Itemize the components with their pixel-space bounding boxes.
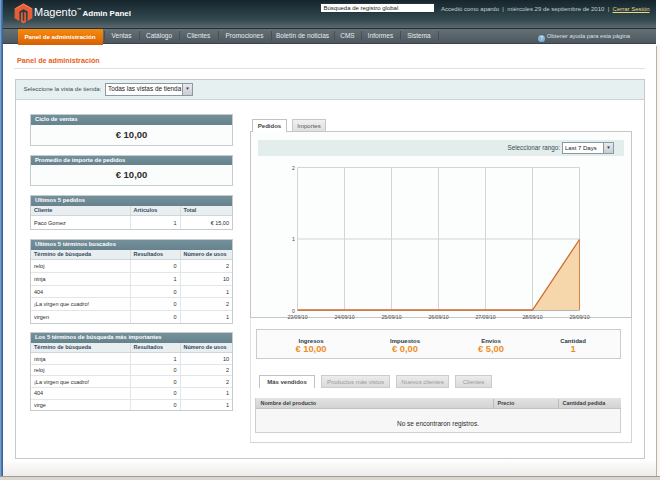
- svg-text:0: 0: [292, 308, 295, 314]
- svg-text:29/09/10: 29/09/10: [569, 314, 589, 320]
- svg-text:25/09/10: 25/09/10: [381, 314, 401, 320]
- svg-text:28/09/10: 28/09/10: [522, 314, 542, 320]
- svg-text:24/09/10: 24/09/10: [334, 314, 354, 320]
- svg-text:23/09/10: 23/09/10: [287, 314, 307, 320]
- svg-text:27/09/10: 27/09/10: [475, 314, 495, 320]
- svg-text:26/09/10: 26/09/10: [428, 314, 448, 320]
- svg-text:1: 1: [292, 236, 295, 242]
- svg-text:2: 2: [292, 165, 295, 171]
